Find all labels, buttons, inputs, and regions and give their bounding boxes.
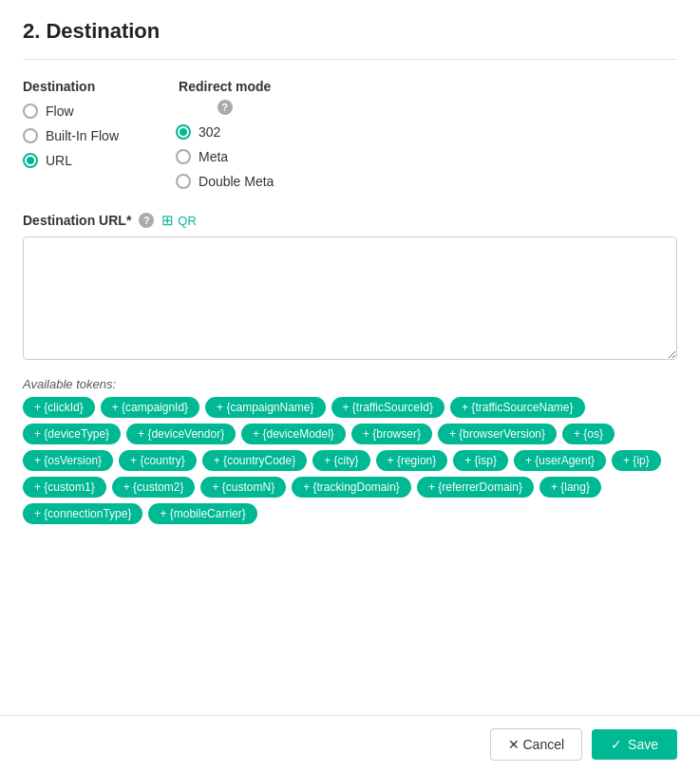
token-pill[interactable]: + {isp} <box>453 450 508 471</box>
save-button[interactable]: ✓ Save <box>592 729 677 760</box>
destination-url-field-label: Destination URL* <box>23 213 131 228</box>
redirect-column: Redirect mode ? 302 Meta Double Meta <box>176 79 274 189</box>
destination-column: Destination Flow Built-In Flow URL <box>23 79 119 189</box>
qr-label: QR <box>178 214 197 228</box>
token-pill[interactable]: + {mobileCarrier} <box>148 503 256 524</box>
token-pill[interactable]: + {lang} <box>539 477 601 498</box>
token-pill[interactable]: + {browser} <box>351 424 432 444</box>
redirect-radio-302[interactable] <box>176 124 191 140</box>
redirect-option-doublemeta[interactable]: Double Meta <box>176 174 274 189</box>
page-title: 2. Destination <box>23 19 677 44</box>
token-pill[interactable]: + {custom1} <box>23 477 106 498</box>
form-section: Destination Flow Built-In Flow URL Red <box>23 79 677 189</box>
redirect-radio-group: 302 Meta Double Meta <box>176 124 274 189</box>
redirect-label-wrap: Redirect mode ? <box>176 79 274 115</box>
redirect-mode-help-icon[interactable]: ? <box>218 100 233 115</box>
qr-link[interactable]: ⊞ QR <box>161 212 197 229</box>
token-pill[interactable]: + {connectionType} <box>23 503 142 524</box>
destination-radio-builtin[interactable] <box>23 128 38 143</box>
token-pill[interactable]: + {deviceVendor} <box>126 424 236 444</box>
destination-option-builtin[interactable]: Built-In Flow <box>23 128 119 143</box>
redirect-meta-label: Meta <box>199 149 228 164</box>
token-pill[interactable]: + {campaignName} <box>205 397 325 418</box>
footer-bar: ✕ Cancel ✓ Save <box>0 715 700 772</box>
destination-flow-label: Flow <box>46 104 74 119</box>
token-pill[interactable]: + {osVersion} <box>23 450 113 471</box>
redirect-option-302[interactable]: 302 <box>176 124 274 140</box>
token-pill[interactable]: + {region} <box>376 450 448 471</box>
cancel-button[interactable]: ✕ Cancel <box>490 728 582 761</box>
token-pill[interactable]: + {deviceModel} <box>241 424 346 444</box>
token-pill[interactable]: + {browserVersion} <box>438 424 557 444</box>
destination-option-flow[interactable]: Flow <box>23 104 119 119</box>
redirect-doublemeta-label: Double Meta <box>199 174 274 189</box>
token-pill[interactable]: + {trafficSourceName} <box>450 397 585 418</box>
token-pill[interactable]: + {city} <box>312 450 369 471</box>
tokens-label: Available tokens: <box>23 377 116 391</box>
destination-url-row: Destination URL* ? ⊞ QR <box>23 212 677 229</box>
destination-option-url[interactable]: URL <box>23 153 119 168</box>
token-pill[interactable]: + {campaignId} <box>101 397 199 418</box>
destination-radio-url[interactable] <box>23 153 38 168</box>
destination-url-help-icon[interactable]: ? <box>139 213 154 228</box>
token-pill[interactable]: + {ip} <box>612 450 661 471</box>
token-pill[interactable]: + {custom2} <box>112 477 196 498</box>
token-pill[interactable]: + {userAgent} <box>514 450 606 471</box>
qr-icon: ⊞ <box>161 212 174 229</box>
page-container: 2. Destination Destination Flow Built-In… <box>0 0 700 600</box>
destination-url-label: URL <box>46 153 72 168</box>
tokens-container: + {clickId}+ {campaignId}+ {campaignName… <box>23 397 677 524</box>
token-pill[interactable]: + {country} <box>119 450 197 471</box>
destination-label: Destination <box>23 79 119 94</box>
token-pill[interactable]: + {deviceType} <box>23 424 121 444</box>
destination-builtin-label: Built-In Flow <box>46 128 119 143</box>
token-pill[interactable]: + {trackingDomain} <box>292 477 411 498</box>
section-divider <box>23 59 677 60</box>
destination-radio-flow[interactable] <box>23 104 38 119</box>
save-checkmark-icon: ✓ <box>611 737 622 752</box>
token-pill[interactable]: + {customN} <box>200 477 286 498</box>
redirect-302-label: 302 <box>199 124 220 140</box>
destination-radio-group: Flow Built-In Flow URL <box>23 104 119 168</box>
token-pill[interactable]: + {trafficSourceId} <box>331 397 445 418</box>
token-pill[interactable]: + {clickId} <box>23 397 95 418</box>
token-pill[interactable]: + {countryCode} <box>202 450 307 471</box>
token-pill[interactable]: + {referrerDomain} <box>417 477 534 498</box>
save-label: Save <box>628 737 658 752</box>
token-pill[interactable]: + {os} <box>562 424 615 444</box>
tokens-section: Available tokens: + {clickId}+ {campaign… <box>23 376 677 524</box>
destination-url-textarea[interactable] <box>23 236 677 360</box>
redirect-radio-meta[interactable] <box>176 149 191 164</box>
redirect-mode-label: Redirect mode <box>179 79 271 94</box>
redirect-option-meta[interactable]: Meta <box>176 149 274 164</box>
redirect-radio-doublemeta[interactable] <box>176 174 191 189</box>
